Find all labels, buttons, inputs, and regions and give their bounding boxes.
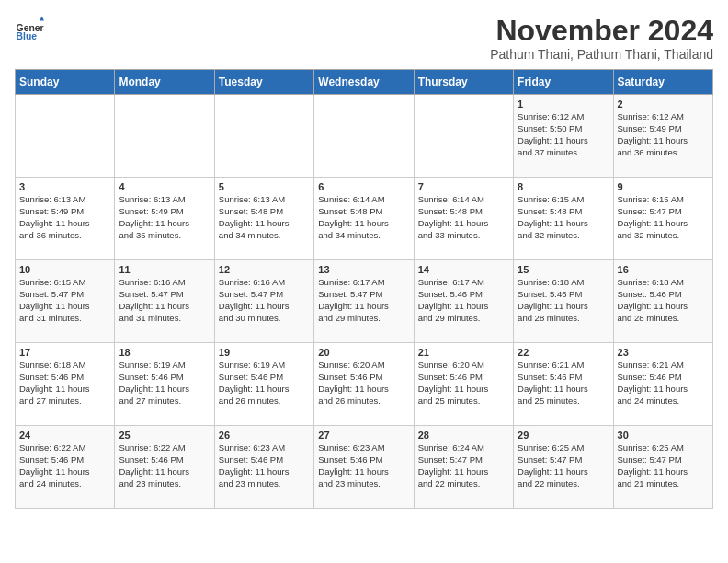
location: Pathum Thani, Pathum Thani, Thailand <box>490 47 713 62</box>
day-number: 14 <box>418 264 509 275</box>
day-info: Sunrise: 6:15 AM Sunset: 5:48 PM Dayligh… <box>518 194 609 241</box>
day-number: 7 <box>418 181 509 192</box>
day-info: Sunrise: 6:15 AM Sunset: 5:47 PM Dayligh… <box>19 277 110 324</box>
day-number: 27 <box>318 430 409 441</box>
calendar-cell: 9Sunrise: 6:15 AM Sunset: 5:47 PM Daylig… <box>613 178 712 260</box>
day-info: Sunrise: 6:16 AM Sunset: 5:47 PM Dayligh… <box>219 277 310 324</box>
calendar-cell: 26Sunrise: 6:23 AM Sunset: 5:46 PM Dayli… <box>214 426 313 509</box>
day-info: Sunrise: 6:14 AM Sunset: 5:48 PM Dayligh… <box>418 194 509 241</box>
day-number: 30 <box>618 430 709 441</box>
calendar-cell: 15Sunrise: 6:18 AM Sunset: 5:46 PM Dayli… <box>514 260 613 343</box>
calendar-cell: 3Sunrise: 6:13 AM Sunset: 5:49 PM Daylig… <box>16 178 115 260</box>
calendar-cell: 21Sunrise: 6:20 AM Sunset: 5:46 PM Dayli… <box>414 343 513 426</box>
day-number: 12 <box>219 264 310 275</box>
day-info: Sunrise: 6:22 AM Sunset: 5:46 PM Dayligh… <box>119 442 210 489</box>
calendar-cell: 24Sunrise: 6:22 AM Sunset: 5:46 PM Dayli… <box>16 426 115 509</box>
calendar-cell: 11Sunrise: 6:16 AM Sunset: 5:47 PM Dayli… <box>115 260 214 343</box>
day-number: 25 <box>119 430 210 441</box>
calendar-cell: 5Sunrise: 6:13 AM Sunset: 5:48 PM Daylig… <box>214 178 313 260</box>
calendar-header-saturday: Saturday <box>613 70 712 95</box>
calendar-cell: 16Sunrise: 6:18 AM Sunset: 5:46 PM Dayli… <box>613 260 712 343</box>
calendar-cell: 28Sunrise: 6:24 AM Sunset: 5:47 PM Dayli… <box>414 426 513 509</box>
calendar-cell <box>115 95 214 178</box>
day-info: Sunrise: 6:21 AM Sunset: 5:46 PM Dayligh… <box>618 360 709 407</box>
calendar-week-3: 17Sunrise: 6:18 AM Sunset: 5:46 PM Dayli… <box>16 343 713 426</box>
day-info: Sunrise: 6:13 AM Sunset: 5:49 PM Dayligh… <box>119 194 210 241</box>
day-number: 11 <box>119 264 210 275</box>
svg-text:Blue: Blue <box>17 31 38 41</box>
day-number: 3 <box>19 181 110 192</box>
day-number: 22 <box>518 347 609 358</box>
calendar-cell: 7Sunrise: 6:14 AM Sunset: 5:48 PM Daylig… <box>414 178 513 260</box>
svg-marker-2 <box>40 17 44 21</box>
day-number: 24 <box>19 430 110 441</box>
calendar-cell: 8Sunrise: 6:15 AM Sunset: 5:48 PM Daylig… <box>514 178 613 260</box>
day-info: Sunrise: 6:15 AM Sunset: 5:47 PM Dayligh… <box>618 194 709 241</box>
calendar-week-4: 24Sunrise: 6:22 AM Sunset: 5:46 PM Dayli… <box>16 426 713 509</box>
day-info: Sunrise: 6:25 AM Sunset: 5:47 PM Dayligh… <box>618 442 709 489</box>
day-number: 21 <box>418 347 509 358</box>
day-info: Sunrise: 6:23 AM Sunset: 5:46 PM Dayligh… <box>318 442 409 489</box>
day-number: 29 <box>518 430 609 441</box>
calendar-header-friday: Friday <box>514 70 613 95</box>
day-info: Sunrise: 6:17 AM Sunset: 5:46 PM Dayligh… <box>418 277 509 324</box>
calendar-cell: 17Sunrise: 6:18 AM Sunset: 5:46 PM Dayli… <box>16 343 115 426</box>
day-number: 9 <box>618 181 709 192</box>
calendar-cell: 1Sunrise: 6:12 AM Sunset: 5:50 PM Daylig… <box>514 95 613 178</box>
calendar-header-monday: Monday <box>115 70 214 95</box>
day-info: Sunrise: 6:19 AM Sunset: 5:46 PM Dayligh… <box>219 360 310 407</box>
calendar-header-sunday: Sunday <box>16 70 115 95</box>
calendar-body: 1Sunrise: 6:12 AM Sunset: 5:50 PM Daylig… <box>16 95 713 509</box>
day-info: Sunrise: 6:18 AM Sunset: 5:46 PM Dayligh… <box>618 277 709 324</box>
day-info: Sunrise: 6:13 AM Sunset: 5:48 PM Dayligh… <box>219 194 310 241</box>
calendar-cell: 19Sunrise: 6:19 AM Sunset: 5:46 PM Dayli… <box>214 343 313 426</box>
calendar-week-2: 10Sunrise: 6:15 AM Sunset: 5:47 PM Dayli… <box>16 260 713 343</box>
calendar-cell <box>214 95 313 178</box>
calendar-cell: 20Sunrise: 6:20 AM Sunset: 5:46 PM Dayli… <box>314 343 414 426</box>
calendar-header-row: SundayMondayTuesdayWednesdayThursdayFrid… <box>16 70 713 95</box>
day-number: 6 <box>318 181 409 192</box>
day-info: Sunrise: 6:17 AM Sunset: 5:47 PM Dayligh… <box>318 277 409 324</box>
day-info: Sunrise: 6:19 AM Sunset: 5:46 PM Dayligh… <box>119 360 210 407</box>
calendar-cell: 12Sunrise: 6:16 AM Sunset: 5:47 PM Dayli… <box>214 260 313 343</box>
day-number: 8 <box>518 181 609 192</box>
logo-icon: General Blue <box>15 15 44 44</box>
day-info: Sunrise: 6:25 AM Sunset: 5:47 PM Dayligh… <box>518 442 609 489</box>
day-number: 20 <box>318 347 409 358</box>
day-info: Sunrise: 6:16 AM Sunset: 5:47 PM Dayligh… <box>119 277 210 324</box>
day-info: Sunrise: 6:20 AM Sunset: 5:46 PM Dayligh… <box>318 360 409 407</box>
calendar-week-0: 1Sunrise: 6:12 AM Sunset: 5:50 PM Daylig… <box>16 95 713 178</box>
day-number: 15 <box>518 264 609 275</box>
calendar-cell: 22Sunrise: 6:21 AM Sunset: 5:46 PM Dayli… <box>514 343 613 426</box>
day-info: Sunrise: 6:12 AM Sunset: 5:50 PM Dayligh… <box>518 111 609 158</box>
day-info: Sunrise: 6:18 AM Sunset: 5:46 PM Dayligh… <box>19 360 110 407</box>
day-number: 18 <box>119 347 210 358</box>
day-number: 16 <box>618 264 709 275</box>
calendar-cell <box>16 95 115 178</box>
calendar-cell: 4Sunrise: 6:13 AM Sunset: 5:49 PM Daylig… <box>115 178 214 260</box>
calendar-cell: 23Sunrise: 6:21 AM Sunset: 5:46 PM Dayli… <box>613 343 712 426</box>
day-info: Sunrise: 6:14 AM Sunset: 5:48 PM Dayligh… <box>318 194 409 241</box>
day-number: 4 <box>119 181 210 192</box>
day-info: Sunrise: 6:22 AM Sunset: 5:46 PM Dayligh… <box>19 442 110 489</box>
calendar-cell: 13Sunrise: 6:17 AM Sunset: 5:47 PM Dayli… <box>314 260 414 343</box>
day-info: Sunrise: 6:13 AM Sunset: 5:49 PM Dayligh… <box>19 194 110 241</box>
calendar-cell <box>414 95 513 178</box>
day-info: Sunrise: 6:24 AM Sunset: 5:47 PM Dayligh… <box>418 442 509 489</box>
month-title: November 2024 <box>490 15 713 47</box>
calendar-cell: 25Sunrise: 6:22 AM Sunset: 5:46 PM Dayli… <box>115 426 214 509</box>
day-info: Sunrise: 6:21 AM Sunset: 5:46 PM Dayligh… <box>518 360 609 407</box>
calendar-header-wednesday: Wednesday <box>314 70 414 95</box>
calendar-table: SundayMondayTuesdayWednesdayThursdayFrid… <box>15 69 713 509</box>
calendar-cell: 29Sunrise: 6:25 AM Sunset: 5:47 PM Dayli… <box>514 426 613 509</box>
calendar-week-1: 3Sunrise: 6:13 AM Sunset: 5:49 PM Daylig… <box>16 178 713 260</box>
calendar-cell: 30Sunrise: 6:25 AM Sunset: 5:47 PM Dayli… <box>613 426 712 509</box>
calendar-cell: 10Sunrise: 6:15 AM Sunset: 5:47 PM Dayli… <box>16 260 115 343</box>
day-number: 19 <box>219 347 310 358</box>
day-info: Sunrise: 6:18 AM Sunset: 5:46 PM Dayligh… <box>518 277 609 324</box>
page-header: General Blue November 2024 Pathum Thani,… <box>15 15 713 62</box>
day-number: 1 <box>518 98 609 109</box>
day-number: 2 <box>618 98 709 109</box>
day-number: 28 <box>418 430 509 441</box>
day-number: 5 <box>219 181 310 192</box>
